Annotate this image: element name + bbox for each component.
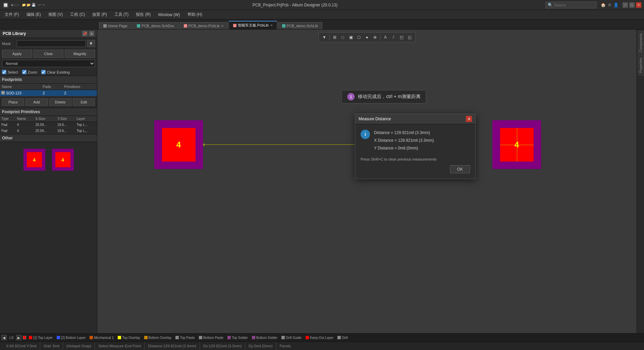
layer-item-bottom-solder[interactable]: Bottom Solder [251, 336, 279, 340]
fp-row-name: SOD-123 [0, 90, 41, 96]
toolbar-box-btn[interactable]: □ [339, 34, 346, 41]
layer-item-top-paste[interactable]: Top Paste [174, 336, 196, 340]
mechanical-layer-label: Mechanical 1 [94, 336, 114, 340]
menu-help-item[interactable]: 帮助 (H) [184, 11, 206, 18]
bottom-overlay-label: Bottom Overlay [149, 336, 172, 340]
panel-pin-button[interactable]: 📌 [82, 31, 88, 36]
mask-input[interactable] [17, 40, 86, 47]
toolbar-chart-btn[interactable]: ▣ [347, 34, 355, 41]
canvas-area[interactable]: ▼ ⊞ □ ▣ ⬡ ● ⊕ A / ◰ ◱ 1 移动完成后，ctrl + m测量… [97, 30, 637, 333]
right-tab-properties[interactable]: Properties [638, 55, 644, 76]
keepout-label: Keep-Out Layer [310, 336, 334, 340]
search-input[interactable] [554, 3, 594, 7]
user-icon[interactable]: 👤 [613, 3, 619, 7]
menu-reports-item[interactable]: 报告 (R) [132, 11, 154, 18]
zoom-checkbox-label[interactable]: Zoom [22, 70, 37, 74]
footprints-section: Footprints Name Pads Primitives SOD-123 [0, 76, 97, 96]
mask-dropdown-button[interactable]: ▼ [87, 40, 95, 47]
place-button[interactable]: Place [2, 98, 24, 106]
home-icon[interactable]: 🏠 [601, 3, 606, 7]
measure-dialog-body: i Distance = 129.921mil (3.3mm) X Distan… [355, 124, 475, 179]
tab-icon-schlib [282, 24, 285, 28]
tab-schdoc[interactable]: PCB_demo.SchDoc [132, 22, 179, 29]
toolbar-cross-btn[interactable]: ⊕ [371, 34, 379, 41]
toolbar-rect-btn[interactable]: ◰ [398, 34, 405, 41]
normal-row: Normal Full Simple [0, 59, 97, 69]
layer-item-top-overlay[interactable]: Top Overlay [116, 336, 141, 340]
right-tab-components[interactable]: Components [638, 31, 644, 55]
tab-schlib[interactable]: PCB_demo.SchLib [278, 22, 322, 29]
layerbar: ◀ LS ▶ [1] Top Layer [2] Bottom Layer Me… [0, 333, 644, 342]
table-row[interactable]: SOD-123 2 2 [0, 90, 97, 96]
component-left-label: 4 [176, 140, 181, 149]
clear-existing-checkbox[interactable] [41, 70, 46, 74]
toolbar-meas-btn[interactable]: ◱ [406, 34, 413, 41]
drill-guide-dot [281, 336, 285, 339]
layer-item-bottom[interactable]: [2] Bottom Layer [55, 336, 87, 340]
select-checkbox-label[interactable]: Select [2, 70, 18, 74]
layer-item-mechanical[interactable]: Mechanical 1 [88, 336, 115, 340]
layer-item-bottom-overlay[interactable]: Bottom Overlay [143, 336, 173, 340]
tab-mainboard[interactable]: 智能车主板.PcbLib ✕ [229, 21, 277, 29]
menu-project-item[interactable]: 工程 (C) [67, 11, 88, 18]
toolbar-circle-btn[interactable]: ● [363, 34, 371, 41]
fp-preview-right: 4 [52, 149, 74, 171]
measure-dialog-close-button[interactable]: ✕ [466, 116, 472, 122]
layer-item-drill[interactable]: Drill [336, 336, 349, 340]
search-box[interactable]: 🔍 [545, 2, 597, 8]
maximize-button[interactable]: □ [629, 2, 635, 8]
normal-select[interactable]: Normal Full Simple [2, 60, 95, 67]
dx-text: Dx:129.921mil (3.3mm) [203, 344, 241, 348]
left-panel-header: PCB Library 📌 ✕ [0, 30, 97, 38]
zoom-checkbox[interactable] [22, 70, 26, 74]
component-right[interactable]: 4 [492, 120, 541, 169]
layer-nav-left[interactable]: ◀ [1, 335, 7, 340]
toolbar-poly-btn[interactable]: ⬡ [355, 34, 363, 41]
add-button[interactable]: Add [25, 98, 48, 106]
menu-view-item[interactable]: 视图 (V) [45, 11, 66, 18]
toolbar-line-btn[interactable]: / [390, 34, 397, 41]
bottom-layer-label: [2] Bottom Layer [61, 336, 86, 340]
toolbar-text-btn[interactable]: A [382, 34, 389, 41]
component-right-inner: 4 [500, 128, 534, 162]
layer-item-drill-guide[interactable]: Drill Guide [280, 336, 303, 340]
close-button[interactable]: ✕ [636, 2, 641, 8]
measure-ok-button[interactable]: OK [450, 165, 470, 173]
menu-file-item[interactable]: 文件 (F) [1, 11, 22, 18]
tab-label-mainboard: 智能车主板.PcbLib [238, 23, 269, 28]
layer-item-top-solder[interactable]: Top Solder [226, 336, 249, 340]
toolbar-grid-btn[interactable]: ⊞ [331, 34, 338, 41]
panel-close-btn[interactable]: ✕ [89, 31, 94, 36]
keepout-dot [306, 336, 309, 339]
layer-item-bottom-paste[interactable]: Bottom Paste [198, 336, 225, 340]
tab-home[interactable]: Home Page [99, 22, 132, 29]
magnify-button[interactable]: Magnify [65, 50, 95, 58]
fp-row-pads: 2 [41, 90, 62, 96]
menu-edit-item[interactable]: 编辑 (E) [23, 11, 44, 18]
layer-item-keepout[interactable]: Keep-Out Layer [304, 336, 335, 340]
clear-button[interactable]: Clear [34, 50, 64, 58]
minimize-button[interactable]: ─ [623, 2, 628, 8]
select-checkbox[interactable] [2, 70, 6, 74]
tab-pcblib[interactable]: PCB_demo.PcbLib ✕ [179, 22, 228, 29]
settings-icon[interactable]: ⚙ [608, 3, 611, 7]
menu-tools-item[interactable]: 工具 (T) [111, 11, 132, 18]
apply-button[interactable]: Apply [2, 50, 32, 58]
layer-nav-right[interactable]: ▶ [16, 335, 21, 340]
menu-window-item[interactable]: Window (W) [155, 11, 183, 18]
toolbar: ▼ ⊞ □ ▣ ⬡ ● ⊕ A / ◰ ◱ [318, 32, 416, 42]
tab-close-mainboard[interactable]: ✕ [270, 24, 273, 27]
table-row[interactable]: Pad 4 25.59... 19.6... Top L... [0, 122, 97, 128]
component-left[interactable]: 4 [154, 120, 203, 169]
tab-close-pcblib[interactable]: ✕ [221, 24, 224, 28]
edit-button[interactable]: Edit [73, 98, 95, 106]
toolbar-filter-btn[interactable]: ▼ [321, 34, 328, 41]
clear-existing-checkbox-label[interactable]: Clear Existing [41, 70, 70, 74]
delete-button[interactable]: Delete [49, 98, 71, 106]
layer-item-top[interactable]: [1] Top Layer [28, 336, 54, 340]
bottom-paste-dot [199, 336, 202, 339]
table-row[interactable]: Pad 4 25.59... 19.6... Top L... [0, 128, 97, 134]
window-title: PCB_Project.PrjPcb - Altium Designer (20… [45, 3, 545, 7]
prim-layer: Top L... [75, 128, 97, 134]
menu-place-item[interactable]: 放置 (P) [89, 11, 110, 18]
